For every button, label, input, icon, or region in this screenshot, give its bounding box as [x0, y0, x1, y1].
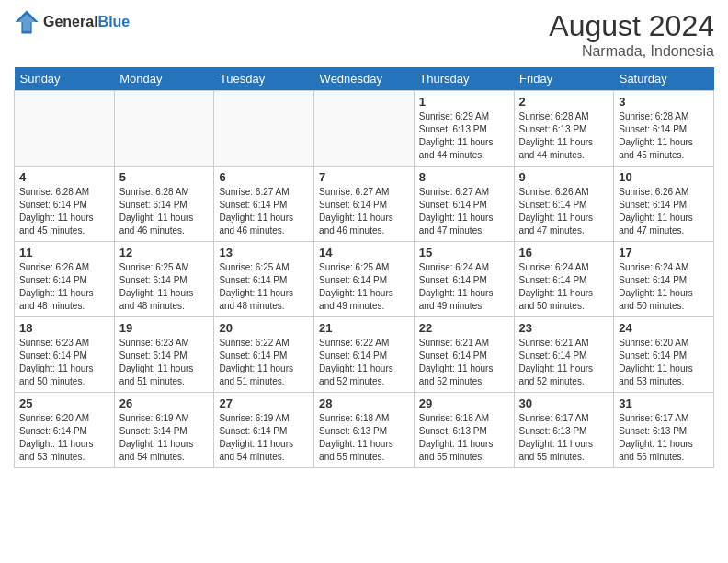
- day-info: Sunrise: 6:25 AMSunset: 6:14 PMDaylight:…: [119, 261, 210, 313]
- col-friday: Friday: [514, 67, 614, 91]
- location: Narmada, Indonesia: [549, 43, 714, 60]
- day-number: 8: [419, 170, 509, 184]
- title-section: August 2024 Narmada, Indonesia: [549, 9, 714, 60]
- day-number: 11: [19, 246, 109, 259]
- page-header: GeneralBlue August 2024 Narmada, Indones…: [14, 9, 714, 60]
- calendar-cell: 30Sunrise: 6:17 AMSunset: 6:13 PMDayligh…: [514, 393, 614, 468]
- day-number: 13: [219, 246, 309, 259]
- calendar-cell: 9Sunrise: 6:26 AMSunset: 6:14 PMDaylight…: [514, 167, 614, 242]
- month-year: August 2024: [549, 9, 714, 43]
- day-number: 19: [119, 321, 210, 335]
- day-info: Sunrise: 6:19 AMSunset: 6:14 PMDaylight:…: [219, 412, 309, 464]
- day-number: 20: [219, 321, 309, 335]
- logo-icon: [14, 9, 40, 35]
- week-row-5: 25Sunrise: 6:20 AMSunset: 6:14 PMDayligh…: [15, 393, 714, 468]
- day-number: 15: [419, 246, 509, 259]
- week-row-2: 4Sunrise: 6:28 AMSunset: 6:14 PMDaylight…: [15, 167, 714, 242]
- day-number: 12: [119, 246, 210, 259]
- day-info: Sunrise: 6:28 AMSunset: 6:13 PMDaylight:…: [519, 110, 609, 162]
- day-number: 17: [619, 246, 709, 259]
- calendar-cell: 24Sunrise: 6:20 AMSunset: 6:14 PMDayligh…: [614, 317, 714, 393]
- day-info: Sunrise: 6:24 AMSunset: 6:14 PMDaylight:…: [619, 261, 709, 313]
- day-number: 28: [319, 396, 409, 410]
- calendar-cell: 2Sunrise: 6:28 AMSunset: 6:13 PMDaylight…: [514, 91, 614, 167]
- day-info: Sunrise: 6:23 AMSunset: 6:14 PMDaylight:…: [19, 337, 109, 388]
- calendar-cell: 10Sunrise: 6:26 AMSunset: 6:14 PMDayligh…: [614, 167, 714, 242]
- day-number: 31: [619, 396, 709, 410]
- day-info: Sunrise: 6:26 AMSunset: 6:14 PMDaylight:…: [619, 186, 709, 237]
- calendar-cell: 4Sunrise: 6:28 AMSunset: 6:14 PMDaylight…: [15, 167, 115, 242]
- day-info: Sunrise: 6:27 AMSunset: 6:14 PMDaylight:…: [219, 186, 309, 237]
- week-row-3: 11Sunrise: 6:26 AMSunset: 6:14 PMDayligh…: [15, 242, 714, 317]
- col-monday: Monday: [114, 67, 214, 91]
- calendar-cell: 14Sunrise: 6:25 AMSunset: 6:14 PMDayligh…: [314, 242, 415, 317]
- day-number: 25: [19, 396, 109, 410]
- day-number: 24: [619, 321, 709, 335]
- day-info: Sunrise: 6:21 AMSunset: 6:14 PMDaylight:…: [519, 337, 609, 388]
- calendar-cell: 5Sunrise: 6:28 AMSunset: 6:14 PMDaylight…: [114, 167, 214, 242]
- day-info: Sunrise: 6:22 AMSunset: 6:14 PMDaylight:…: [319, 337, 409, 388]
- calendar-cell: 13Sunrise: 6:25 AMSunset: 6:14 PMDayligh…: [214, 242, 314, 317]
- day-number: 30: [519, 396, 609, 410]
- day-info: Sunrise: 6:27 AMSunset: 6:14 PMDaylight:…: [419, 186, 509, 237]
- day-info: Sunrise: 6:26 AMSunset: 6:14 PMDaylight:…: [519, 186, 609, 237]
- col-sunday: Sunday: [15, 67, 115, 91]
- calendar-cell: 31Sunrise: 6:17 AMSunset: 6:13 PMDayligh…: [614, 393, 714, 468]
- day-info: Sunrise: 6:27 AMSunset: 6:14 PMDaylight:…: [319, 186, 409, 237]
- day-info: Sunrise: 6:26 AMSunset: 6:14 PMDaylight:…: [19, 261, 109, 313]
- day-info: Sunrise: 6:21 AMSunset: 6:14 PMDaylight:…: [419, 337, 509, 388]
- day-info: Sunrise: 6:17 AMSunset: 6:13 PMDaylight:…: [619, 412, 709, 464]
- day-info: Sunrise: 6:24 AMSunset: 6:14 PMDaylight:…: [519, 261, 609, 313]
- day-number: 29: [419, 396, 509, 410]
- day-number: 16: [519, 246, 609, 259]
- calendar-cell: 12Sunrise: 6:25 AMSunset: 6:14 PMDayligh…: [114, 242, 214, 317]
- col-tuesday: Tuesday: [214, 67, 314, 91]
- col-thursday: Thursday: [414, 67, 514, 91]
- day-number: 3: [619, 95, 709, 109]
- day-number: 14: [319, 246, 409, 259]
- calendar-cell: 11Sunrise: 6:26 AMSunset: 6:14 PMDayligh…: [15, 242, 115, 317]
- day-number: 6: [219, 170, 309, 184]
- day-info: Sunrise: 6:23 AMSunset: 6:14 PMDaylight:…: [119, 337, 210, 388]
- day-info: Sunrise: 6:28 AMSunset: 6:14 PMDaylight:…: [619, 110, 709, 162]
- day-number: 27: [219, 396, 309, 410]
- day-info: Sunrise: 6:24 AMSunset: 6:14 PMDaylight:…: [419, 261, 509, 313]
- calendar-cell: [15, 91, 115, 167]
- day-info: Sunrise: 6:18 AMSunset: 6:13 PMDaylight:…: [319, 412, 409, 464]
- day-number: 1: [419, 95, 509, 109]
- calendar-cell: 27Sunrise: 6:19 AMSunset: 6:14 PMDayligh…: [214, 393, 314, 468]
- calendar-cell: 25Sunrise: 6:20 AMSunset: 6:14 PMDayligh…: [15, 393, 115, 468]
- day-number: 18: [19, 321, 109, 335]
- calendar-cell: 15Sunrise: 6:24 AMSunset: 6:14 PMDayligh…: [414, 242, 514, 317]
- day-info: Sunrise: 6:18 AMSunset: 6:13 PMDaylight:…: [419, 412, 509, 464]
- calendar-cell: 22Sunrise: 6:21 AMSunset: 6:14 PMDayligh…: [414, 317, 514, 393]
- calendar-cell: 7Sunrise: 6:27 AMSunset: 6:14 PMDaylight…: [314, 167, 415, 242]
- day-info: Sunrise: 6:25 AMSunset: 6:14 PMDaylight:…: [319, 261, 409, 313]
- calendar-cell: 20Sunrise: 6:22 AMSunset: 6:14 PMDayligh…: [214, 317, 314, 393]
- day-info: Sunrise: 6:29 AMSunset: 6:13 PMDaylight:…: [419, 110, 509, 162]
- calendar-cell: 19Sunrise: 6:23 AMSunset: 6:14 PMDayligh…: [114, 317, 214, 393]
- day-info: Sunrise: 6:25 AMSunset: 6:14 PMDaylight:…: [219, 261, 309, 313]
- day-number: 7: [319, 170, 409, 184]
- page-container: GeneralBlue August 2024 Narmada, Indones…: [0, 0, 728, 563]
- day-info: Sunrise: 6:28 AMSunset: 6:14 PMDaylight:…: [119, 186, 210, 237]
- logo: GeneralBlue: [14, 9, 130, 35]
- col-wednesday: Wednesday: [314, 67, 415, 91]
- calendar-cell: 18Sunrise: 6:23 AMSunset: 6:14 PMDayligh…: [15, 317, 115, 393]
- calendar-table: Sunday Monday Tuesday Wednesday Thursday…: [14, 67, 714, 468]
- day-number: 23: [519, 321, 609, 335]
- day-info: Sunrise: 6:20 AMSunset: 6:14 PMDaylight:…: [619, 337, 709, 388]
- day-info: Sunrise: 6:22 AMSunset: 6:14 PMDaylight:…: [219, 337, 309, 388]
- calendar-cell: 17Sunrise: 6:24 AMSunset: 6:14 PMDayligh…: [614, 242, 714, 317]
- calendar-cell: 1Sunrise: 6:29 AMSunset: 6:13 PMDaylight…: [414, 91, 514, 167]
- week-row-4: 18Sunrise: 6:23 AMSunset: 6:14 PMDayligh…: [15, 317, 714, 393]
- calendar-cell: 23Sunrise: 6:21 AMSunset: 6:14 PMDayligh…: [514, 317, 614, 393]
- col-saturday: Saturday: [614, 67, 714, 91]
- header-row: Sunday Monday Tuesday Wednesday Thursday…: [15, 67, 714, 91]
- calendar-cell: 28Sunrise: 6:18 AMSunset: 6:13 PMDayligh…: [314, 393, 415, 468]
- day-info: Sunrise: 6:17 AMSunset: 6:13 PMDaylight:…: [519, 412, 609, 464]
- day-number: 9: [519, 170, 609, 184]
- calendar-cell: 8Sunrise: 6:27 AMSunset: 6:14 PMDaylight…: [414, 167, 514, 242]
- calendar-cell: 26Sunrise: 6:19 AMSunset: 6:14 PMDayligh…: [114, 393, 214, 468]
- week-row-1: 1Sunrise: 6:29 AMSunset: 6:13 PMDaylight…: [15, 91, 714, 167]
